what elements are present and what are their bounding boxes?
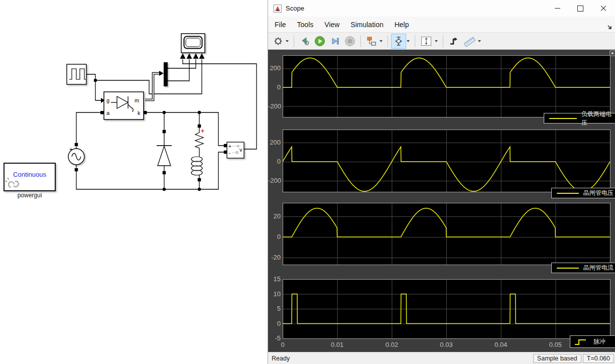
x-tick-label: 0.01 — [326, 341, 348, 348]
step-backward-button[interactable] — [297, 34, 312, 49]
vm-neg-pad — [224, 151, 227, 154]
toolbar-separator — [294, 35, 294, 47]
menu-simulation[interactable]: Simulation — [350, 21, 383, 29]
sample-mode-cell: Sample based — [533, 354, 581, 363]
menu-bar: File Tools View Simulation Help — [268, 17, 615, 32]
sim-time-cell: T=0.060 — [583, 354, 614, 363]
y-tick-label: 200 — [268, 139, 281, 146]
menu-help[interactable]: Help — [395, 21, 409, 29]
y-tick-label: -200 — [268, 102, 281, 110]
legend-line-sample — [557, 193, 579, 194]
legend-load-voltage: 负载两端电压 — [544, 113, 615, 124]
x-tick-label: 0 — [272, 341, 294, 348]
span-x-axis-icon — [420, 36, 432, 47]
resistor-symbol — [195, 133, 203, 152]
highlight-block-button[interactable] — [364, 34, 379, 49]
legend-label: 脉冲 — [593, 337, 605, 346]
y-tick-label: 15 — [268, 275, 281, 283]
vm-minus-label: - — [229, 150, 230, 156]
cursor-measurements-caret[interactable] — [407, 40, 410, 42]
cursor-measurements-button[interactable] — [391, 34, 406, 49]
vm-v-label: v — [239, 147, 242, 153]
y-tick-label: -20 — [268, 254, 281, 261]
rl-top-pad — [198, 125, 201, 128]
scope-plot-area: 负载两端电压 晶闸管电压 晶闸管电流 脉冲 2000-2002000-20020… — [268, 50, 615, 352]
window-title: Scope — [286, 5, 304, 12]
run-button[interactable] — [312, 34, 327, 49]
y-tick-label: 5 — [268, 305, 281, 312]
y-tick-label: 20 — [268, 212, 281, 220]
y-tick-label: 200 — [268, 64, 281, 72]
vm-pos-pad — [224, 144, 227, 148]
measurements-button[interactable] — [461, 34, 477, 49]
source-neg-pad — [75, 168, 78, 172]
status-bar: Ready Sample based T=0.060 — [268, 352, 615, 364]
menu-tools[interactable]: Tools — [297, 21, 314, 29]
simulink-model-canvas: g a m k + — [0, 0, 268, 364]
thyristor-block[interactable]: g a m k — [100, 92, 147, 119]
legend-label: 负载两端电压 — [581, 110, 615, 127]
ruler-icon — [463, 36, 475, 47]
span-x-axis-caret[interactable] — [435, 40, 438, 42]
toolbar-separator — [443, 35, 443, 47]
trigger-button[interactable] — [446, 34, 461, 49]
minimize-button[interactable] — [546, 0, 569, 17]
y-tick-label: 10 — [268, 290, 281, 298]
step-forward-icon — [329, 36, 340, 47]
rl-branch-block[interactable]: + — [191, 125, 204, 182]
diode-bottom-pad — [163, 171, 166, 175]
y-tick-label: 0 — [268, 320, 281, 327]
powergui-label: powergui — [18, 192, 42, 199]
title-bar: Scope — [268, 0, 615, 17]
powergui-mode-text: Continuous — [13, 171, 46, 178]
scope-window: Scope File Tools View Simulation Help — [268, 0, 615, 364]
maximize-button[interactable] — [569, 0, 592, 17]
menu-overflow-icon[interactable] — [607, 24, 612, 32]
pulse-generator-block[interactable] — [67, 64, 87, 84]
configuration-button[interactable] — [271, 34, 285, 49]
maximize-icon — [577, 6, 583, 12]
diode-symbol — [158, 146, 171, 166]
rl-bottom-pad — [198, 178, 201, 182]
source-plus-label: + — [69, 146, 72, 152]
stop-icon — [344, 36, 355, 47]
legend-label: 晶闸管电流 — [583, 264, 613, 272]
vector-wire — [145, 71, 164, 100]
y-tick-label: 0 — [268, 158, 281, 165]
legend-pulse: 脉冲 — [570, 335, 615, 348]
highlight-block-icon — [366, 36, 377, 47]
configuration-caret[interactable] — [286, 40, 289, 42]
menu-file[interactable]: File — [275, 21, 286, 29]
step-forward-button[interactable] — [327, 34, 342, 49]
measurements-caret[interactable] — [478, 40, 481, 42]
x-tick-label: 0.04 — [490, 341, 512, 348]
port-k-pad — [144, 111, 147, 114]
legend-line-sample — [549, 118, 577, 119]
scope-block[interactable] — [180, 34, 205, 59]
span-x-axis-button[interactable] — [418, 34, 434, 49]
diode-block[interactable] — [157, 130, 172, 175]
step-backward-icon — [299, 36, 310, 47]
demux-block[interactable] — [164, 62, 168, 86]
scope-input-ports — [180, 53, 205, 59]
ac-voltage-source-block[interactable]: + — [68, 143, 84, 172]
legend-line-sample — [557, 268, 579, 269]
voltage-measurement-block[interactable]: + - v — [224, 142, 244, 158]
legend-thyristor-current: 晶闸管电流 — [551, 263, 615, 273]
cursor-measurements-icon — [393, 36, 404, 47]
powergui-block[interactable]: Continuous powergui — [4, 163, 55, 199]
trigger-icon — [448, 36, 459, 47]
menu-view[interactable]: View — [324, 21, 339, 29]
x-tick-label: 0.02 — [381, 341, 403, 348]
close-icon — [600, 6, 606, 12]
stop-button[interactable] — [342, 34, 357, 49]
minimize-icon — [555, 8, 560, 9]
scope-axes-4 — [283, 279, 611, 339]
toolbar — [268, 32, 615, 50]
close-button[interactable] — [592, 0, 615, 17]
scope-app-icon — [274, 5, 282, 13]
gear-icon — [273, 36, 283, 46]
port-label-k: k — [138, 110, 141, 116]
source-pos-pad — [75, 143, 78, 147]
highlight-block-caret[interactable] — [380, 40, 383, 42]
